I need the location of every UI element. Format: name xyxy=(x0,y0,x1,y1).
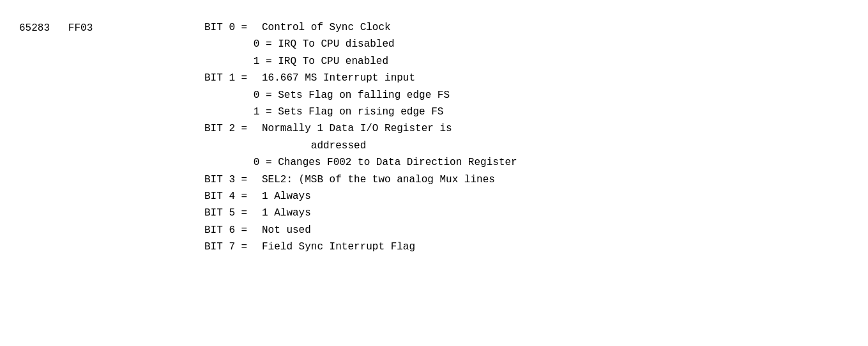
bit-table: BIT 0 = Control of Sync Clock 0 = IRQ To… xyxy=(204,19,849,255)
sub-indent: 1 = xyxy=(204,53,278,70)
sub-description: IRQ To CPU disabled xyxy=(278,36,394,52)
address-hex: FF03 xyxy=(68,22,93,34)
bit-description: Normally 1 Data I/O Register is addresse… xyxy=(262,120,452,154)
sub-description: Changes F002 to Data Direction Register xyxy=(278,154,517,171)
sub-description: IRQ To CPU enabled xyxy=(278,53,388,70)
sub-row: 1 = Sets Flag on rising edge FS xyxy=(204,104,849,120)
bit-label: BIT 0 = xyxy=(204,19,262,36)
bit-row: BIT 5 = 1 Always xyxy=(204,205,849,221)
bit-row: BIT 6 = Not used xyxy=(204,222,849,239)
bit-row: BIT 0 = Control of Sync Clock xyxy=(204,19,849,36)
bit-description: Not used xyxy=(262,222,311,239)
address-decimal: 65283 xyxy=(19,22,50,34)
sub-row: 1 = IRQ To CPU enabled xyxy=(204,53,849,70)
bit-row: BIT 7 = Field Sync Interrupt Flag xyxy=(204,239,849,255)
bit-description: SEL2: (MSB of the two analog Mux lines xyxy=(262,171,495,188)
bit-row: BIT 2 = Normally 1 Data I/O Register is … xyxy=(204,120,849,154)
bit-row: BIT 3 = SEL2: (MSB of the two analog Mux… xyxy=(204,171,849,188)
sub-description: Sets Flag on rising edge FS xyxy=(278,104,443,120)
bit-label: BIT 2 = xyxy=(204,120,262,154)
sub-row: 0 = Sets Flag on falling edge FS xyxy=(204,87,849,104)
bit-row: BIT 4 = 1 Always xyxy=(204,188,849,205)
sub-description: Sets Flag on falling edge FS xyxy=(278,87,450,104)
bit-description: Control of Sync Clock xyxy=(262,19,391,36)
sub-indent: 0 = xyxy=(204,36,278,52)
bit-description: 16.667 MS Interrupt input xyxy=(262,70,415,86)
bit-label: BIT 4 = xyxy=(204,188,262,205)
sub-row: 0 = IRQ To CPU disabled xyxy=(204,36,849,52)
sub-indent: 0 = xyxy=(204,154,278,171)
bit-label: BIT 5 = xyxy=(204,205,262,221)
bit-label: BIT 3 = xyxy=(204,171,262,188)
bit-description: 1 Always xyxy=(262,188,311,205)
bit-description: 1 Always xyxy=(262,205,311,221)
address-column: 65283 FF03 xyxy=(19,19,198,333)
bit-row: BIT 1 = 16.667 MS Interrupt input xyxy=(204,70,849,86)
sub-indent: 0 = xyxy=(204,87,278,104)
bit-label: BIT 1 = xyxy=(204,70,262,86)
content-area: 65283 FF03 BIT 0 = Control of Sync Clock… xyxy=(19,13,849,333)
bit-label: BIT 7 = xyxy=(204,239,262,255)
address-entry: 65283 FF03 xyxy=(19,20,198,37)
bit-description: Field Sync Interrupt Flag xyxy=(262,239,415,255)
sub-row: 0 = Changes F002 to Data Direction Regis… xyxy=(204,154,849,171)
description-column: BIT 0 = Control of Sync Clock 0 = IRQ To… xyxy=(198,19,849,333)
sub-indent: 1 = xyxy=(204,104,278,120)
bit-label: BIT 6 = xyxy=(204,222,262,239)
